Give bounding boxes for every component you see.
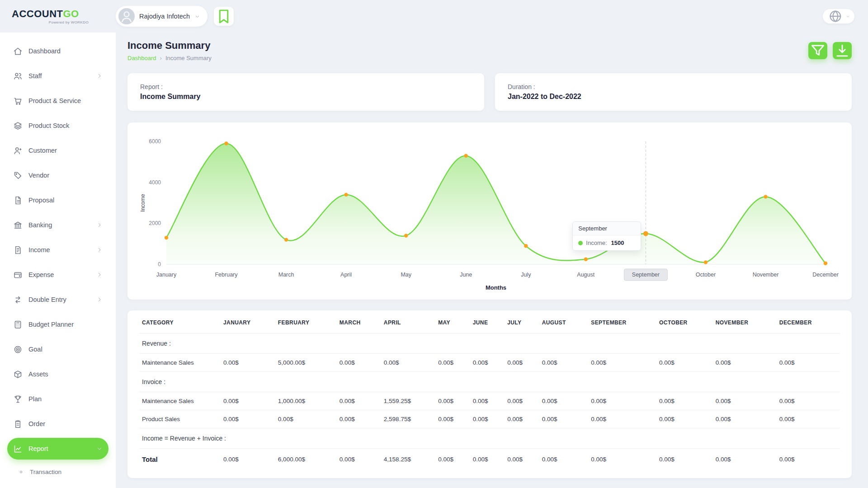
sidebar-item-dashboard[interactable]: Dashboard xyxy=(7,40,108,62)
svg-text:4000: 4000 xyxy=(149,179,161,186)
cell-value: 0.00$ xyxy=(777,354,840,372)
box3d-icon xyxy=(13,370,23,379)
cell-value: 0.00$ xyxy=(221,354,275,372)
cell-value: 0.00$ xyxy=(505,354,539,372)
sidebar-item-order[interactable]: Order xyxy=(7,413,108,435)
row-label: Product Sales xyxy=(139,410,221,428)
sidebar-item-label: Transaction xyxy=(30,469,61,475)
header-actions xyxy=(808,42,852,59)
sidebar-item-assets[interactable]: Assets xyxy=(7,363,108,385)
sidebar-item-label: Plan xyxy=(28,395,42,403)
svg-text:Months: Months xyxy=(486,284,506,291)
sidebar-item-report[interactable]: Report xyxy=(7,438,108,460)
cell-value: 0.00$ xyxy=(588,449,656,470)
tooltip-label: Income: xyxy=(586,239,607,246)
report-label: Report : xyxy=(140,83,472,90)
income-chart-card: 0200040006000JanuaryFebruaryMarchAprilMa… xyxy=(127,122,852,300)
chevron-down-icon xyxy=(846,14,850,19)
income-chart[interactable]: 0200040006000JanuaryFebruaryMarchAprilMa… xyxy=(138,130,841,292)
chart-report-icon xyxy=(13,444,23,454)
cell-value: 0.00$ xyxy=(656,354,713,372)
layers-icon xyxy=(13,121,23,131)
topbar: ACCOUNTGO Powered by WORKDO Rajodiya Inf… xyxy=(0,0,868,33)
svg-text:September: September xyxy=(632,272,660,278)
column-header: JUNE xyxy=(470,312,505,333)
trophy-icon xyxy=(13,394,23,404)
company-selector[interactable]: Rajodiya Infotech xyxy=(116,6,208,27)
table-row: Maintenance Sales0.00$5,000.00$0.00$0.00… xyxy=(139,354,840,372)
breadcrumb-current: Income Summary xyxy=(165,55,212,61)
target-icon xyxy=(13,345,23,354)
sidebar-item-goal[interactable]: Goal xyxy=(7,338,108,360)
svg-text:October: October xyxy=(696,272,716,278)
sidebar-item-label: Dashboard xyxy=(28,47,61,55)
sidebar-item-label: Banking xyxy=(28,221,52,229)
language-selector[interactable] xyxy=(823,9,854,23)
section-row: Revenue : xyxy=(139,333,840,354)
sidebar-item-product-stock[interactable]: Product Stock xyxy=(7,115,108,136)
sidebar-item-banking[interactable]: Banking xyxy=(7,214,108,236)
sidebar-item-budget-planner[interactable]: Budget Planner xyxy=(7,314,108,335)
sidebar-item-label: Vendor xyxy=(28,172,49,179)
cell-value: 0.00$ xyxy=(656,392,713,410)
wallet-icon xyxy=(13,270,23,280)
cell-value: 1,559.25$ xyxy=(381,392,435,410)
column-header: DECEMBER xyxy=(777,312,840,333)
cell-value: 0.00$ xyxy=(221,410,275,428)
sidebar-nav: DashboardStaffProduct & ServiceProduct S… xyxy=(5,40,110,481)
cell-value: 0.00$ xyxy=(435,354,470,372)
section-label: Income = Revenue + Invoice : xyxy=(139,428,840,449)
cell-value: 1,000.00$ xyxy=(275,392,337,410)
cell-value: 0.00$ xyxy=(713,410,777,428)
sidebar-item-income[interactable]: Income xyxy=(7,239,108,261)
tooltip-value: 1500 xyxy=(611,239,624,246)
cell-value: 0.00$ xyxy=(337,392,381,410)
circle-dot-icon xyxy=(18,469,24,475)
sidebar-item-staff[interactable]: Staff xyxy=(7,65,108,87)
bookmark-icon xyxy=(214,7,234,26)
sidebar-item-product-service[interactable]: Product & Service xyxy=(7,90,108,112)
sidebar-item-expense[interactable]: Expense xyxy=(7,264,108,286)
svg-text:November: November xyxy=(753,272,779,278)
column-header: MARCH xyxy=(337,312,381,333)
duration-value: Jan-2022 to Dec-2022 xyxy=(508,93,839,101)
svg-text:May: May xyxy=(401,272,411,278)
breadcrumb-dashboard-link[interactable]: Dashboard xyxy=(127,55,156,61)
tag-icon xyxy=(13,171,23,180)
bookmark-button[interactable] xyxy=(214,7,234,26)
column-header: NOVEMBER xyxy=(713,312,777,333)
svg-text:August: August xyxy=(577,272,594,278)
filter-button[interactable] xyxy=(808,42,827,59)
cell-value: 6,000.00$ xyxy=(275,449,337,470)
sidebar-item-label: Order xyxy=(28,420,45,427)
sidebar-item-double-entry[interactable]: Double Entry xyxy=(7,289,108,310)
sidebar-item-label: Double Entry xyxy=(28,296,66,303)
series-dot-icon xyxy=(578,241,583,245)
cell-value: 0.00$ xyxy=(337,354,381,372)
table-row: Product Sales0.00$0.00$0.00$2,598.75$0.0… xyxy=(139,410,840,428)
file-invoice-icon xyxy=(13,245,23,255)
column-header: FEBRUARY xyxy=(275,312,337,333)
cell-value: 0.00$ xyxy=(505,410,539,428)
section-row: Income = Revenue + Invoice : xyxy=(139,428,840,449)
svg-text:July: July xyxy=(521,272,531,278)
chevron-right-icon xyxy=(96,222,103,228)
income-chart-svg: 0200040006000JanuaryFebruaryMarchAprilMa… xyxy=(138,130,841,292)
summary-table-card: CATEGORYJANUARYFEBRUARYMARCHAPRILMAYJUNE… xyxy=(127,310,852,478)
column-header: OCTOBER xyxy=(656,312,713,333)
sidebar-item-plan[interactable]: Plan xyxy=(7,388,108,410)
cell-value: 0.00$ xyxy=(381,354,435,372)
sidebar-item-customer[interactable]: Customer xyxy=(7,140,108,161)
duration-card: Duration : Jan-2022 to Dec-2022 xyxy=(495,73,852,111)
column-header: SEPTEMBER xyxy=(588,312,656,333)
sidebar-item-vendor[interactable]: Vendor xyxy=(7,164,108,186)
svg-text:Income: Income xyxy=(140,194,146,212)
svg-text:June: June xyxy=(460,272,472,278)
download-button[interactable] xyxy=(833,42,852,59)
sidebar-item-transaction[interactable]: Transaction xyxy=(7,463,108,481)
logo: ACCOUNTGO Powered by WORKDO xyxy=(0,8,116,24)
sidebar-item-label: Expense xyxy=(28,271,54,278)
cell-value: 0.00$ xyxy=(539,410,589,428)
sidebar-item-proposal[interactable]: Proposal xyxy=(7,189,108,211)
filter-icon xyxy=(808,42,827,59)
